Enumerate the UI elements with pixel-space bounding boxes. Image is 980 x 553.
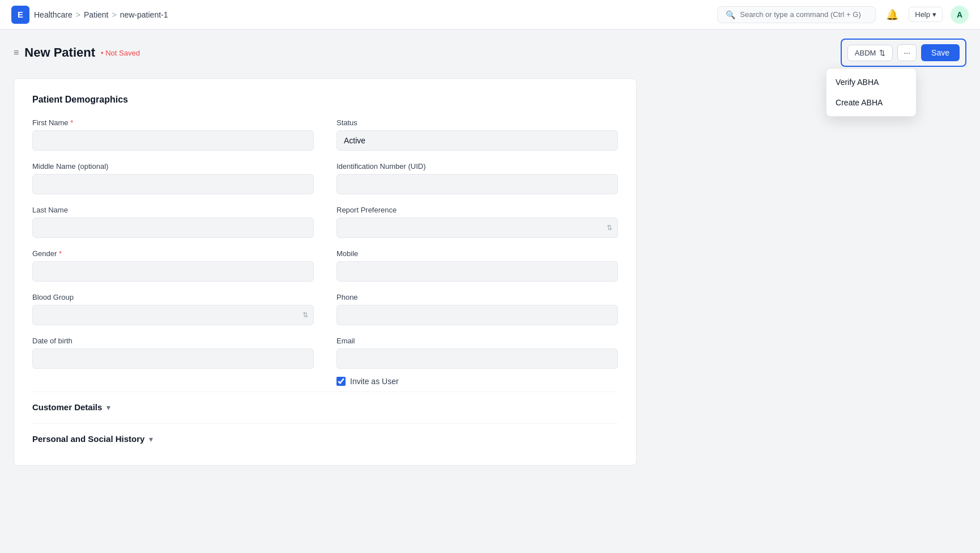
mobile-group: Mobile — [336, 249, 618, 282]
gender-label: Gender * — [32, 249, 314, 258]
customer-details-accordion[interactable]: Customer Details ▾ — [32, 392, 618, 418]
breadcrumb-sep-2: > — [112, 10, 116, 19]
demographics-form-grid: First Name * Status Active Middle Name (… — [32, 118, 618, 386]
more-dropdown-container: ··· Verify ABHA Create ABHA — [897, 44, 917, 61]
personal-social-title: Personal and Social History — [32, 434, 144, 444]
middle-name-group: Middle Name (optional) — [32, 162, 314, 194]
page-title: New Patient — [24, 45, 95, 60]
search-bar[interactable]: 🔍 Search or type a command (Ctrl + G) — [717, 6, 876, 23]
invite-as-user-label[interactable]: Invite as User — [350, 377, 399, 386]
help-button[interactable]: Help ▾ — [909, 7, 943, 22]
first-name-label: First Name * — [32, 118, 314, 127]
page-header-left: ≡ New Patient • Not Saved — [14, 45, 140, 60]
save-button[interactable]: Save — [921, 44, 960, 61]
page-header: ≡ New Patient • Not Saved ABDM ⇅ ··· Ver… — [0, 29, 980, 67]
blood-group-select-wrapper — [32, 305, 314, 325]
last-name-input[interactable] — [32, 218, 314, 238]
middle-name-input[interactable] — [32, 174, 314, 194]
search-icon: 🔍 — [726, 10, 735, 19]
phone-group: Phone — [336, 293, 618, 325]
blood-group-select[interactable] — [32, 305, 314, 325]
report-preference-group: Report Preference — [336, 206, 618, 238]
search-placeholder: Search or type a command (Ctrl + G) — [740, 10, 861, 19]
customer-details-chevron-icon: ▾ — [106, 403, 110, 412]
dob-label: Date of birth — [32, 337, 314, 345]
blood-group-group: Blood Group — [32, 293, 314, 325]
verify-abha-item[interactable]: Verify ABHA — [826, 72, 916, 92]
more-button[interactable]: ··· — [897, 44, 917, 61]
create-abha-item[interactable]: Create ABHA — [826, 92, 916, 113]
toolbar: ABDM ⇅ ··· Verify ABHA Create ABHA Save — [847, 44, 960, 61]
breadcrumb-patient[interactable]: Patient — [84, 10, 109, 19]
personal-social-history-accordion[interactable]: Personal and Social History ▾ — [32, 423, 618, 449]
dob-input[interactable] — [32, 348, 314, 369]
help-label: Help — [915, 10, 930, 19]
first-name-input[interactable] — [32, 130, 314, 151]
last-name-group: Last Name — [32, 206, 314, 238]
avatar[interactable]: A — [951, 6, 969, 24]
blood-group-label: Blood Group — [32, 293, 314, 301]
section-title: Patient Demographics — [32, 95, 618, 105]
gender-input[interactable] — [32, 261, 314, 282]
report-preference-select[interactable] — [336, 218, 618, 238]
gender-required-star: * — [59, 249, 62, 258]
status-value: Active — [336, 130, 618, 151]
abdm-label: ABDM — [855, 49, 876, 57]
last-name-label: Last Name — [32, 206, 314, 214]
help-chevron-icon: ▾ — [932, 10, 936, 19]
nav-left: E Healthcare > Patient > new-patient-1 — [11, 6, 168, 24]
customer-details-title: Customer Details — [32, 402, 102, 412]
app-logo: E — [11, 6, 29, 24]
status-group: Status Active — [336, 118, 618, 151]
patient-demographics-card: Patient Demographics First Name * Status… — [14, 78, 637, 466]
invite-as-user-checkbox[interactable] — [336, 377, 346, 386]
mobile-input[interactable] — [336, 261, 618, 282]
top-navigation: E Healthcare > Patient > new-patient-1 🔍… — [0, 0, 980, 29]
report-preference-label: Report Preference — [336, 206, 618, 214]
phone-label: Phone — [336, 293, 618, 301]
first-name-group: First Name * — [32, 118, 314, 151]
gender-group: Gender * — [32, 249, 314, 282]
abdm-button[interactable]: ABDM ⇅ — [847, 45, 893, 61]
status-label: Status — [336, 118, 618, 127]
middle-name-label: Middle Name (optional) — [32, 162, 314, 171]
invite-as-user-row: Invite as User — [336, 377, 618, 386]
toolbar-highlight-box: ABDM ⇅ ··· Verify ABHA Create ABHA Save — [841, 39, 966, 67]
email-group: Email Invite as User — [336, 337, 618, 386]
breadcrumb-sep-1: > — [76, 10, 80, 19]
not-saved-label: • Not Saved — [101, 49, 140, 57]
identification-input[interactable] — [336, 174, 618, 194]
email-input[interactable] — [336, 348, 618, 369]
first-name-required-star: * — [70, 118, 73, 127]
personal-social-chevron-icon: ▾ — [149, 435, 153, 444]
breadcrumb-current[interactable]: new-patient-1 — [120, 10, 168, 19]
email-label: Email — [336, 337, 618, 345]
abdm-dropdown-menu: Verify ABHA Create ABHA — [826, 68, 917, 117]
nav-right: 🔍 Search or type a command (Ctrl + G) 🔔 … — [717, 6, 969, 24]
breadcrumb: Healthcare > Patient > new-patient-1 — [34, 10, 168, 19]
identification-group: Identification Number (UID) — [336, 162, 618, 194]
mobile-label: Mobile — [336, 249, 618, 258]
breadcrumb-healthcare[interactable]: Healthcare — [34, 10, 73, 19]
dob-group: Date of birth — [32, 337, 314, 386]
notifications-button[interactable]: 🔔 — [884, 6, 901, 23]
report-preference-select-wrapper — [336, 218, 618, 238]
sidebar-toggle-icon[interactable]: ≡ — [14, 48, 19, 58]
phone-input[interactable] — [336, 305, 618, 325]
main-content: Patient Demographics First Name * Status… — [0, 67, 980, 477]
abdm-arrows-icon: ⇅ — [879, 49, 885, 57]
identification-label: Identification Number (UID) — [336, 162, 618, 171]
not-saved-badge: • Not Saved — [101, 49, 140, 57]
